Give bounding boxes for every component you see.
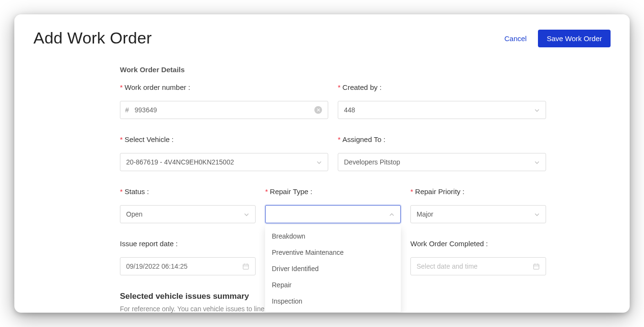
field-label: *Select Vehicle : [120, 135, 328, 143]
select-value: 448 [344, 106, 355, 114]
date-value: 09/19/2022 06:14:25 [126, 262, 187, 270]
field-repair-type: *Repair Type : BreakdownPreventive Maint… [265, 187, 401, 223]
field-select-vehicle: *Select Vehicle : 20-867619 - 4V4NC9EH0K… [120, 135, 328, 171]
repair-type-option[interactable]: Inspection [265, 293, 401, 309]
field-label: *Work order number : [120, 83, 328, 91]
issue-report-date-input[interactable]: 09/19/2022 06:14:25 [120, 257, 256, 275]
work-order-number-input-wrap[interactable]: # ✕ [120, 101, 328, 119]
status-select[interactable]: Open [120, 205, 256, 223]
repair-type-option[interactable]: Repair [265, 277, 401, 293]
created-by-select[interactable]: 448 [338, 101, 546, 119]
cancel-button[interactable]: Cancel [504, 34, 527, 43]
work-order-number-input[interactable] [134, 106, 314, 114]
field-label: *Assigned To : [338, 135, 546, 143]
select-value: Open [126, 210, 142, 218]
svg-rect-0 [243, 264, 248, 269]
modal-card: Add Work Order Cancel Save Work Order Wo… [14, 14, 630, 313]
repair-type-dropdown: BreakdownPreventive MaintenanceDriver Id… [265, 225, 401, 312]
field-label: Issue report date : [120, 240, 256, 248]
repair-type-select[interactable] [265, 205, 401, 223]
repair-type-option[interactable]: Driver Identified [265, 261, 401, 277]
field-issue-report-date: Issue report date : 09/19/2022 06:14:25 [120, 240, 256, 275]
chevron-up-icon [389, 211, 395, 217]
form-row: *Status : Open *Repair Type : BreakdownP… [120, 187, 546, 223]
work-order-completed-input[interactable]: Select date and time [410, 257, 546, 275]
field-repair-priority: *Repair Priority : Major [410, 187, 546, 223]
chevron-down-icon [316, 159, 322, 165]
header-actions: Cancel Save Work Order [504, 30, 611, 47]
form-row: *Select Vehicle : 20-867619 - 4V4NC9EH0K… [120, 135, 546, 171]
assigned-to-select[interactable]: Developers Pitstop [338, 153, 546, 171]
field-label: *Status : [120, 187, 256, 196]
repair-priority-select[interactable]: Major [410, 205, 546, 223]
chevron-down-icon [534, 159, 540, 165]
save-button[interactable]: Save Work Order [538, 30, 611, 47]
field-label: *Repair Priority : [410, 187, 546, 196]
select-value: 20-867619 - 4V4NC9EH0KN215002 [126, 158, 234, 166]
repair-type-option[interactable]: Breakdown [265, 228, 401, 244]
calendar-icon [242, 263, 249, 270]
hash-prefix: # [125, 106, 129, 114]
section-title-details: Work Order Details [120, 65, 546, 74]
select-vehicle-select[interactable]: 20-867619 - 4V4NC9EH0KN215002 [120, 153, 328, 171]
field-work-order-completed: Work Order Completed : Select date and t… [410, 240, 546, 275]
clear-icon[interactable]: ✕ [314, 106, 322, 114]
select-value: Developers Pitstop [344, 158, 400, 166]
svg-rect-4 [534, 264, 539, 269]
field-label: *Created by : [338, 83, 546, 91]
field-label: *Repair Type : [265, 187, 401, 196]
calendar-icon [533, 263, 540, 270]
field-work-order-number: *Work order number : # ✕ [120, 83, 328, 119]
chevron-down-icon [534, 211, 540, 217]
field-assigned-to: *Assigned To : Developers Pitstop [338, 135, 546, 171]
date-placeholder: Select date and time [417, 262, 478, 270]
field-status: *Status : Open [120, 187, 256, 223]
chevron-down-icon [534, 107, 540, 113]
modal-header: Add Work Order Cancel Save Work Order [33, 29, 611, 47]
page-title: Add Work Order [33, 29, 152, 47]
select-value: Major [417, 210, 433, 218]
form-area: Work Order Details *Work order number : … [120, 65, 546, 313]
field-created-by: *Created by : 448 [338, 83, 546, 119]
field-label: Work Order Completed : [410, 240, 546, 248]
chevron-down-icon [244, 211, 249, 217]
form-row: *Work order number : # ✕ *Created by : 4… [120, 83, 546, 119]
repair-type-option[interactable]: Preventive Maintenance [265, 244, 401, 261]
